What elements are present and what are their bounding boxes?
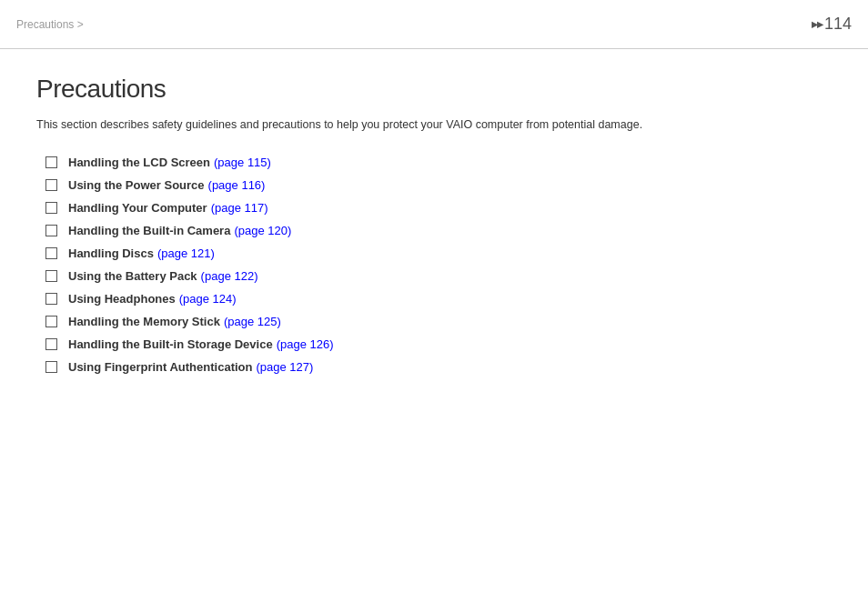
toc-item: Using the Power Source(page 116) bbox=[45, 178, 832, 192]
header-bar: Precautions > ▸▸ 114 bbox=[0, 0, 868, 49]
checkbox-icon bbox=[45, 293, 57, 305]
toc-item: Handling Discs(page 121) bbox=[45, 246, 832, 260]
checkbox-icon bbox=[45, 316, 57, 327]
toc-item-label: Handling Your Computer(page 117) bbox=[68, 201, 268, 215]
toc-item-link[interactable]: (page 115) bbox=[214, 156, 271, 169]
toc-item: Using Fingerprint Authentication(page 12… bbox=[45, 360, 832, 374]
toc-item-label: Handling the Memory Stick(page 125) bbox=[68, 315, 281, 328]
toc-item-link[interactable]: (page 122) bbox=[201, 269, 258, 283]
toc-item-link[interactable]: (page 126) bbox=[277, 337, 334, 351]
checkbox-icon bbox=[45, 270, 57, 282]
checkbox-icon bbox=[45, 202, 57, 214]
toc-item-label: Using Headphones(page 124) bbox=[68, 292, 237, 306]
checkbox-icon bbox=[45, 361, 57, 373]
main-content: Precautions This section describes safet… bbox=[0, 49, 868, 408]
toc-item-label: Using Fingerprint Authentication(page 12… bbox=[68, 360, 313, 374]
breadcrumb: Precautions > bbox=[16, 18, 84, 31]
intro-paragraph: This section describes safety guidelines… bbox=[36, 116, 832, 134]
checkbox-icon bbox=[45, 179, 57, 191]
checkbox-icon bbox=[45, 338, 57, 350]
toc-item-label: Handling Discs(page 121) bbox=[68, 246, 215, 260]
toc-item-label: Handling the LCD Screen(page 115) bbox=[68, 156, 271, 169]
checkbox-icon bbox=[45, 156, 57, 168]
toc-item-label: Handling the Built-in Storage Device(pag… bbox=[68, 337, 334, 351]
toc-item-link[interactable]: (page 116) bbox=[208, 178, 266, 192]
page-title: Precautions bbox=[36, 75, 832, 104]
toc-item: Using Headphones(page 124) bbox=[45, 292, 832, 306]
toc-item: Handling the Built-in Storage Device(pag… bbox=[45, 337, 832, 351]
toc-item-label: Using the Battery Pack(page 122) bbox=[68, 269, 258, 283]
checkbox-icon bbox=[45, 247, 57, 259]
toc-item: Handling the LCD Screen(page 115) bbox=[45, 156, 832, 169]
toc-item: Using the Battery Pack(page 122) bbox=[45, 269, 832, 283]
checkbox-icon bbox=[45, 225, 57, 236]
toc-item: Handling Your Computer(page 117) bbox=[45, 201, 832, 215]
toc-item-label: Handling the Built-in Camera(page 120) bbox=[68, 224, 291, 237]
toc-item-link[interactable]: (page 120) bbox=[234, 224, 291, 237]
page-number: 114 bbox=[824, 15, 852, 34]
page-number-container: ▸▸ 114 bbox=[812, 15, 852, 34]
toc-item-link[interactable]: (page 121) bbox=[157, 246, 215, 260]
toc-item-link[interactable]: (page 117) bbox=[211, 201, 268, 215]
toc-item-link[interactable]: (page 125) bbox=[224, 315, 281, 328]
toc-list: Handling the LCD Screen(page 115)Using t… bbox=[45, 156, 832, 374]
toc-item-label: Using the Power Source(page 116) bbox=[68, 178, 265, 192]
toc-item-link[interactable]: (page 127) bbox=[256, 360, 313, 374]
toc-item-link[interactable]: (page 124) bbox=[179, 292, 237, 306]
page-arrow-icon: ▸▸ bbox=[812, 17, 823, 31]
toc-item: Handling the Memory Stick(page 125) bbox=[45, 315, 832, 328]
toc-item: Handling the Built-in Camera(page 120) bbox=[45, 224, 832, 237]
